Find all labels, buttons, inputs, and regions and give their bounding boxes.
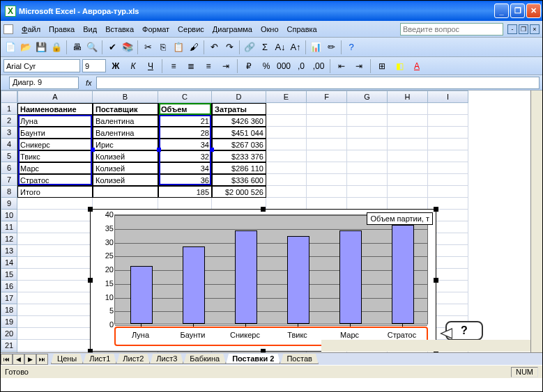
name-box[interactable]: Диагр. 9 [9, 77, 79, 89]
tab-nav-first[interactable]: ⏮ [1, 354, 13, 365]
cell[interactable]: Колизей [93, 150, 158, 162]
row-header-9[interactable]: 9 [1, 198, 17, 210]
sheet-tab[interactable]: Лист1 [83, 354, 116, 364]
menu-diagram[interactable]: Диаграмма [208, 24, 257, 35]
cell[interactable] [17, 257, 93, 269]
open-icon[interactable]: 📂 [19, 40, 33, 54]
hyperlink-icon[interactable]: 🔗 [243, 40, 257, 54]
resize-handle[interactable] [88, 207, 93, 212]
close-button[interactable]: ✕ [526, 3, 541, 18]
cell[interactable] [388, 127, 428, 139]
cell[interactable]: $336 600 [212, 174, 266, 186]
cell[interactable]: $286 110 [212, 162, 266, 174]
cell[interactable] [266, 127, 307, 139]
cell[interactable]: $2 000 526 [212, 186, 266, 198]
cell[interactable] [17, 340, 93, 352]
horizontal-scrollbar[interactable] [321, 340, 530, 352]
menu-window[interactable]: Окно [257, 24, 283, 35]
row-header-7[interactable]: 7 [1, 174, 17, 186]
cell[interactable] [428, 186, 468, 198]
row-header-14[interactable]: 14 [1, 257, 17, 269]
cell[interactable] [158, 198, 212, 210]
cell[interactable] [428, 127, 468, 139]
percent-icon[interactable]: % [259, 59, 274, 73]
cell[interactable] [307, 198, 347, 210]
cell[interactable] [266, 139, 307, 150]
cell[interactable] [388, 186, 428, 198]
chart-plot-area[interactable] [114, 214, 428, 324]
cell[interactable] [388, 162, 428, 174]
row-header-17[interactable]: 17 [1, 292, 17, 304]
align-center-icon[interactable]: ≣ [183, 59, 199, 73]
col-header-C[interactable]: C [158, 91, 212, 103]
col-header-F[interactable]: F [307, 91, 347, 103]
merge-icon[interactable]: ⇥ [218, 59, 234, 73]
currency-icon[interactable]: ₽ [241, 59, 257, 73]
row-header-4[interactable]: 4 [1, 139, 17, 150]
cell[interactable] [307, 115, 347, 127]
cell[interactable]: Твикс [17, 150, 93, 162]
row-header-3[interactable]: 3 [1, 127, 17, 139]
cell[interactable] [17, 245, 93, 257]
cell[interactable] [388, 198, 428, 210]
undo-icon[interactable]: ↶ [207, 40, 221, 54]
cell[interactable] [388, 139, 428, 150]
cell[interactable]: $267 036 [212, 139, 266, 150]
cell[interactable] [17, 233, 93, 245]
cell[interactable]: 34 [158, 162, 212, 174]
sheet-tab[interactable]: Цены [51, 354, 83, 364]
cell[interactable] [388, 174, 428, 186]
menu-view[interactable]: Вид [79, 24, 101, 35]
row-header-21[interactable]: 21 [1, 340, 17, 352]
cell[interactable]: 36 [158, 174, 212, 186]
chart-bar[interactable] [235, 230, 257, 324]
cell[interactable] [347, 115, 388, 127]
cell[interactable]: Валентина [93, 115, 158, 127]
cell[interactable] [266, 115, 307, 127]
format-painter-icon[interactable]: 🖌 [187, 40, 201, 54]
cell[interactable] [17, 269, 93, 281]
embedded-chart[interactable]: 0510152025303540 Объем партии, т ЛунаБау… [90, 209, 436, 352]
cell[interactable] [93, 198, 158, 210]
sheet-tab[interactable]: Постав [280, 354, 318, 364]
row-header-12[interactable]: 12 [1, 233, 17, 245]
inc-decimal-icon[interactable]: ,0 [293, 59, 309, 73]
dec-indent-icon[interactable]: ⇤ [334, 59, 349, 73]
row-header-11[interactable]: 11 [1, 221, 17, 233]
cell[interactable]: $233 376 [212, 150, 266, 162]
menu-service[interactable]: Сервис [174, 24, 208, 35]
spell-icon[interactable]: ✔ [105, 40, 119, 54]
row-header-19[interactable]: 19 [1, 316, 17, 328]
cell[interactable] [17, 304, 93, 316]
cell[interactable]: $451 044 [212, 127, 266, 139]
cell[interactable] [307, 186, 347, 198]
row-header-8[interactable]: 8 [1, 186, 17, 198]
cell[interactable] [17, 221, 93, 233]
borders-icon[interactable]: ⊞ [374, 59, 390, 73]
bold-button[interactable]: Ж [108, 59, 123, 73]
col-header-I[interactable]: I [428, 91, 468, 103]
preview-icon[interactable]: 🔍 [85, 40, 99, 54]
cell[interactable] [266, 174, 307, 186]
save-icon[interactable]: 💾 [34, 40, 48, 54]
col-header-D[interactable]: D [212, 91, 266, 103]
sheet-tab[interactable]: Поставки 2 [226, 354, 280, 364]
underline-button[interactable]: Ч [143, 59, 158, 73]
cell[interactable]: Итого [17, 186, 93, 198]
sort-asc-icon[interactable]: A↓ [273, 40, 287, 54]
cell[interactable] [17, 328, 93, 340]
paste-icon[interactable]: 📋 [171, 40, 185, 54]
cell[interactable] [347, 186, 388, 198]
row-header-10[interactable]: 10 [1, 210, 17, 221]
tab-nav-prev[interactable]: ◀ [13, 354, 24, 365]
italic-button[interactable]: К [125, 59, 141, 73]
research-icon[interactable]: 📚 [121, 40, 135, 54]
row-header-2[interactable]: 2 [1, 115, 17, 127]
resize-handle[interactable] [261, 207, 266, 212]
resize-handle[interactable] [434, 278, 438, 283]
cell[interactable] [307, 103, 347, 115]
cell[interactable] [17, 316, 93, 328]
cell[interactable] [428, 115, 468, 127]
cell[interactable]: 32 [158, 150, 212, 162]
cell[interactable]: 28 [158, 127, 212, 139]
